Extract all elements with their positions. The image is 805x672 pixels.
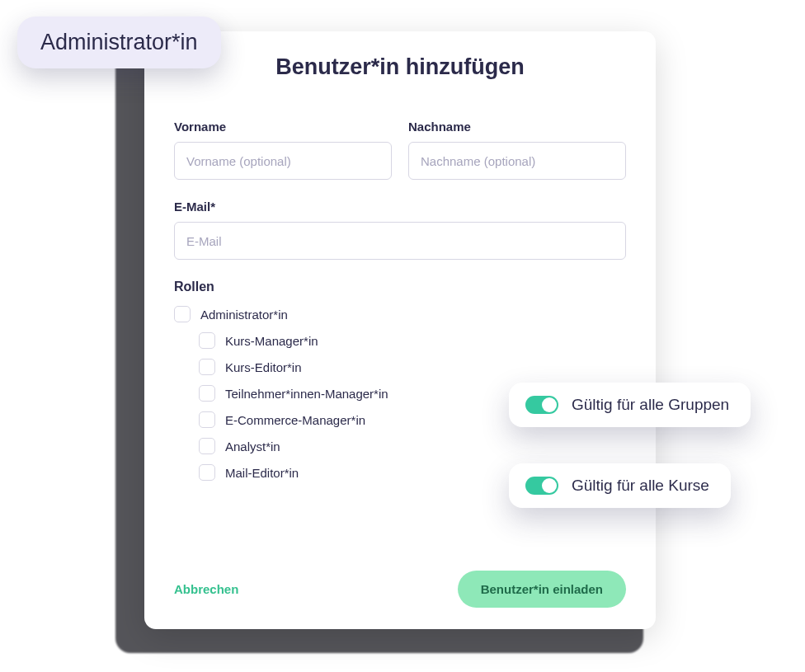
add-user-dialog: Benutzer*in hinzufügen Vorname Nachname … (144, 31, 656, 629)
role-administrator-row: Administrator*in (174, 306, 626, 322)
role-ecommercemanager-checkbox[interactable] (199, 411, 215, 428)
valid-all-courses-toggle[interactable] (525, 477, 558, 495)
role-analyst-label: Analyst*in (225, 439, 280, 453)
role-maileditor-label: Mail-Editor*in (225, 466, 299, 480)
roles-section-label: Rollen (174, 280, 626, 294)
last-name-field: Nachname (408, 120, 626, 180)
valid-all-courses-label: Gültig für alle Kurse (572, 477, 709, 495)
role-analyst-checkbox[interactable] (199, 438, 215, 454)
cancel-button[interactable]: Abbrechen (174, 582, 238, 596)
invite-user-button[interactable]: Benutzer*in einladen (458, 571, 626, 608)
role-kursmanager-label: Kurs-Manager*in (225, 334, 318, 348)
dialog-footer: Abbrechen Benutzer*in einladen (174, 571, 626, 608)
role-kurseditor-row: Kurs-Editor*in (174, 359, 626, 375)
role-analyst-row: Analyst*in (174, 438, 626, 454)
role-kurseditor-label: Kurs-Editor*in (225, 360, 302, 374)
role-teilnehmermanager-checkbox[interactable] (199, 385, 215, 402)
email-field: E-Mail* (174, 200, 626, 260)
name-row: Vorname Nachname (174, 120, 626, 180)
role-maileditor-checkbox[interactable] (199, 464, 215, 481)
valid-all-courses-card: Gültig für alle Kurse (509, 463, 731, 508)
role-kurseditor-checkbox[interactable] (199, 359, 215, 375)
first-name-input[interactable] (174, 142, 392, 180)
first-name-field: Vorname (174, 120, 392, 180)
role-administrator-label: Administrator*in (200, 308, 288, 322)
role-ecommercemanager-label: E-Commerce-Manager*in (225, 413, 365, 427)
email-label: E-Mail* (174, 200, 626, 214)
role-kursmanager-checkbox[interactable] (199, 332, 215, 349)
last-name-label: Nachname (408, 120, 626, 134)
role-kursmanager-row: Kurs-Manager*in (174, 332, 626, 349)
valid-all-groups-card: Gültig für alle Gruppen (509, 383, 751, 427)
first-name-label: Vorname (174, 120, 392, 134)
email-input[interactable] (174, 222, 626, 260)
valid-all-groups-toggle[interactable] (525, 396, 558, 414)
role-teilnehmermanager-label: Teilnehmer*innen-Manager*in (225, 387, 388, 401)
dialog-title: Benutzer*in hinzufügen (174, 54, 626, 80)
valid-all-groups-label: Gültig für alle Gruppen (572, 396, 729, 414)
administrator-badge: Administrator*in (17, 16, 221, 68)
last-name-input[interactable] (408, 142, 626, 180)
role-administrator-checkbox[interactable] (174, 306, 191, 322)
